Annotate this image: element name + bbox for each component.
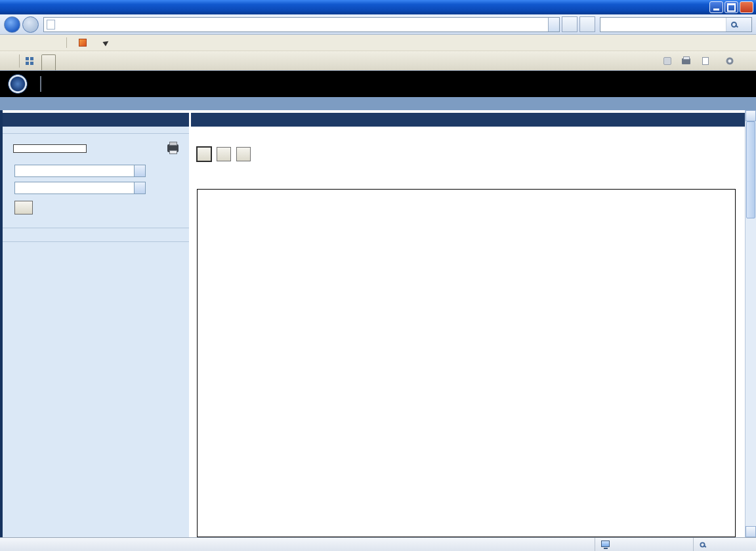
administration-header bbox=[3, 233, 189, 237]
maximize-button[interactable] bbox=[724, 1, 738, 13]
app-header bbox=[0, 71, 756, 97]
brand-divider bbox=[40, 76, 41, 92]
divider bbox=[3, 133, 189, 134]
convert-button[interactable] bbox=[74, 37, 98, 49]
survey-block bbox=[3, 138, 189, 142]
search-box bbox=[600, 17, 752, 32]
dhs-seal-logo bbox=[8, 74, 28, 94]
page-menu-button[interactable] bbox=[698, 53, 720, 69]
search-icon[interactable] bbox=[726, 18, 742, 31]
refresh-button[interactable] bbox=[562, 16, 578, 32]
add-favorite-button[interactable] bbox=[10, 53, 16, 69]
home-button[interactable] bbox=[650, 53, 659, 69]
rss-icon bbox=[663, 57, 671, 65]
printer-icon bbox=[682, 58, 690, 64]
progress-row bbox=[3, 142, 189, 156]
divider bbox=[3, 241, 189, 242]
sidebar bbox=[3, 113, 189, 537]
title-bar bbox=[0, 0, 756, 14]
go-button[interactable] bbox=[14, 201, 33, 214]
status-bar bbox=[0, 537, 756, 551]
divider bbox=[3, 228, 189, 228]
progress-bar bbox=[13, 144, 87, 153]
my-computer-icon bbox=[601, 541, 610, 547]
select-button[interactable] bbox=[98, 38, 117, 47]
search-input[interactable] bbox=[600, 18, 726, 31]
scroll-up-button[interactable] bbox=[746, 110, 756, 121]
grid-icon bbox=[26, 57, 29, 60]
page-title bbox=[191, 113, 745, 127]
cursor-icon bbox=[102, 39, 110, 46]
resources-header bbox=[3, 247, 189, 251]
chevron-down-icon bbox=[134, 165, 145, 176]
zoom-icon bbox=[700, 542, 705, 547]
capability-select[interactable] bbox=[14, 165, 146, 177]
window-controls bbox=[709, 1, 753, 13]
content-area bbox=[0, 110, 756, 537]
back-button[interactable] bbox=[197, 147, 211, 161]
toolbar-overflow-button[interactable] bbox=[746, 53, 753, 69]
capability-select-value bbox=[15, 165, 134, 176]
print-button[interactable] bbox=[679, 53, 696, 69]
chevron-down-icon bbox=[134, 182, 145, 194]
sidebar-top-links bbox=[3, 127, 189, 129]
vertical-scrollbar[interactable] bbox=[745, 110, 756, 537]
hazard-select-value bbox=[15, 182, 134, 194]
gear-icon bbox=[726, 57, 734, 65]
app-subheader bbox=[0, 97, 756, 110]
sidebar-item-capability-assessment[interactable] bbox=[3, 156, 189, 163]
close-window-button[interactable] bbox=[740, 1, 753, 13]
toolbar-separator bbox=[66, 37, 67, 48]
favorites-center-button[interactable] bbox=[3, 53, 10, 69]
scrollbar-track[interactable] bbox=[746, 218, 756, 526]
toolbar-separator bbox=[19, 54, 20, 68]
main-panel bbox=[191, 113, 745, 537]
quick-tabs-button[interactable] bbox=[22, 53, 37, 69]
scroll-down-button[interactable] bbox=[746, 526, 756, 537]
command-bar bbox=[650, 53, 753, 70]
minimize-button[interactable] bbox=[709, 1, 723, 13]
hazard-select[interactable] bbox=[14, 182, 146, 194]
scrollbar-thumb[interactable] bbox=[746, 121, 755, 218]
menu-bar bbox=[0, 35, 756, 51]
zoom-control[interactable] bbox=[693, 538, 756, 551]
new-tab-stub[interactable] bbox=[41, 54, 56, 70]
convert-icon bbox=[79, 39, 87, 47]
print-survey-icon[interactable] bbox=[167, 144, 178, 152]
tools-menu-button[interactable] bbox=[721, 53, 745, 69]
hazard-tabs bbox=[191, 161, 745, 177]
stop-button[interactable] bbox=[579, 16, 595, 32]
page-icon bbox=[702, 57, 709, 65]
page-icon bbox=[47, 20, 55, 30]
sidebar-item-post-assessment-questions bbox=[3, 216, 189, 223]
capabilities-table-wrap bbox=[197, 189, 736, 537]
search-dropdown-icon[interactable] bbox=[742, 18, 751, 31]
action-buttons bbox=[191, 133, 745, 161]
feeds-button[interactable] bbox=[660, 53, 677, 69]
browser-window bbox=[0, 0, 756, 551]
address-dropdown-icon[interactable] bbox=[548, 18, 559, 31]
back-nav-button[interactable] bbox=[4, 16, 20, 33]
tab-bar bbox=[0, 51, 756, 71]
status-message-area bbox=[0, 538, 595, 551]
address-bar[interactable] bbox=[43, 17, 560, 32]
navigation-toolbar bbox=[0, 14, 756, 35]
security-zone-pane bbox=[595, 538, 693, 551]
next-button[interactable] bbox=[236, 147, 251, 161]
navigation-header bbox=[3, 113, 189, 127]
save-button[interactable] bbox=[217, 147, 231, 161]
forward-nav-button[interactable] bbox=[22, 16, 39, 33]
instructions bbox=[191, 127, 745, 133]
